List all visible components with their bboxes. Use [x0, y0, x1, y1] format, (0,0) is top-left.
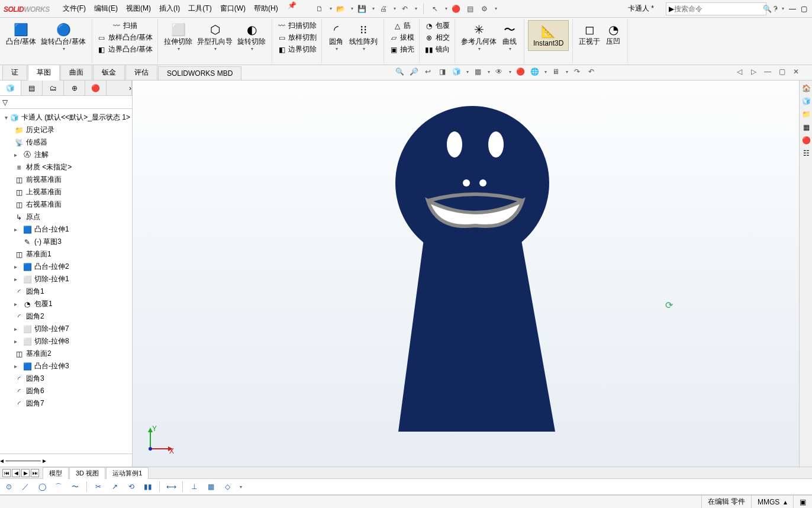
rib-button[interactable]: △筋	[391, 20, 412, 31]
search-input[interactable]	[674, 5, 763, 13]
select-icon[interactable]: ↖	[430, 4, 440, 14]
intersect-button[interactable]: ⊗相交	[423, 32, 451, 43]
tree-origin[interactable]: ↳原点	[1, 211, 131, 223]
undo-icon[interactable]: ↶	[399, 4, 410, 14]
tree-sketch3[interactable]: ✎(-) 草图3	[1, 236, 131, 248]
tree-fillet6[interactable]: ◜圆角6	[1, 385, 131, 397]
tree-material[interactable]: ≡材质 <未指定>	[1, 161, 131, 173]
menu-file[interactable]: 文件(F)	[59, 1, 89, 16]
tree-cut1[interactable]: ▸⬜切除-拉伸1	[1, 273, 131, 285]
fm-tab-property[interactable]: ▤	[21, 81, 43, 95]
fm-tab-config[interactable]: 🗂	[43, 81, 64, 95]
shell-button[interactable]: ▣抽壳	[388, 44, 415, 55]
minimize-icon[interactable]: —	[789, 5, 796, 13]
swept-boss-button[interactable]: 〰扫描	[111, 20, 138, 31]
tab-mbd[interactable]: SOLIDWORKS MBD	[158, 66, 241, 80]
search-run-icon[interactable]: ▶	[669, 5, 674, 13]
tab-prev-icon[interactable]: ◀	[12, 469, 20, 477]
mirror-button[interactable]: ▮▮镜向	[423, 44, 451, 55]
tree-history[interactable]: 📁历史记录	[1, 124, 131, 136]
tree-boss1[interactable]: ▸🟦凸台-拉伸1	[1, 223, 131, 236]
fillet-button[interactable]: ◜圆角▾	[326, 20, 347, 53]
props-icon[interactable]: ▤	[465, 4, 476, 14]
fm-tab-display[interactable]: 🔴	[85, 81, 107, 95]
status-custom-icon[interactable]: ▣	[793, 496, 812, 508]
curves-button[interactable]: 〜曲线▾	[499, 20, 520, 53]
win-prev-icon[interactable]: ◁	[734, 66, 745, 77]
help-icon[interactable]: ?	[770, 4, 781, 14]
wrap-button[interactable]: ◔包覆	[423, 20, 451, 31]
tab-next-icon[interactable]: ▶	[21, 469, 30, 477]
tree-front-plane[interactable]: ◫前视基准面	[1, 173, 131, 186]
tab-first-icon[interactable]: ⏮	[2, 469, 11, 477]
sk-arc-icon[interactable]: ⌒	[53, 481, 64, 492]
linear-pattern-button[interactable]: ⁝⁝线性阵列▾	[347, 20, 380, 53]
tree-fillet2[interactable]: ◜圆角2	[1, 310, 131, 323]
section-view-icon[interactable]: ◨	[437, 66, 447, 77]
menu-view[interactable]: 视图(M)	[123, 1, 154, 16]
menu-insert[interactable]: 插入(I)	[156, 1, 183, 16]
normal-to-button[interactable]: ◻正视于	[576, 20, 602, 47]
sk-grid-icon[interactable]: ▦	[205, 481, 216, 492]
win-next-icon[interactable]: ▷	[748, 66, 759, 77]
extrude-cut-button[interactable]: ⬜拉伸切除▾	[162, 20, 195, 53]
tp-home-icon[interactable]: 🏠	[801, 83, 811, 94]
graphics-area[interactable]: ⟳ Y X 🏠 🧊 📁 ▦ 🔴 ☷	[133, 81, 812, 467]
tp-resources-icon[interactable]: 🧊	[801, 96, 811, 107]
tp-library-icon[interactable]: 📁	[801, 109, 811, 120]
zoom-fit-icon[interactable]: 🔍	[394, 66, 405, 77]
sk-trim-icon[interactable]: ✂	[93, 481, 104, 492]
tree-fillet1[interactable]: ◜圆角1	[1, 285, 131, 298]
fm-hscroll[interactable]: ◂ ─────── ▸	[0, 454, 132, 467]
print-icon[interactable]: 🖨	[378, 4, 389, 14]
sk-dim-icon[interactable]: ⟷	[166, 481, 176, 492]
boundary-cut-button[interactable]: ◧边界切除	[276, 44, 318, 55]
tree-cut8[interactable]: ▸⬜切除-拉伸8	[1, 335, 131, 348]
btm-tab-model[interactable]: 模型	[43, 467, 69, 479]
sk-rel1-icon[interactable]: ⊥	[189, 481, 199, 492]
tree-sensors[interactable]: 📡传感器	[1, 136, 131, 149]
loft-cut-button[interactable]: ▭放样切割	[276, 32, 318, 43]
tree-cut7[interactable]: ▸⬜切除-拉伸7	[1, 323, 131, 335]
tab-features[interactable]: 证	[2, 65, 27, 80]
btm-tab-3dview[interactable]: 3D 视图	[69, 467, 105, 479]
tp-custom-props-icon[interactable]: ☷	[801, 148, 811, 159]
tree-root[interactable]: ▾🧊卡通人 (默认<<默认>_显示状态 1>	[1, 111, 131, 124]
instant3d-button[interactable]: 📐Instant3D	[528, 20, 569, 51]
fm-tab-tree[interactable]: 🧊	[0, 81, 21, 95]
win-max-icon[interactable]: ▢	[776, 66, 787, 77]
tree-plane1[interactable]: ◫基准面1	[1, 248, 131, 261]
tab-last-icon[interactable]: ⏭	[31, 469, 39, 477]
sk-mirror-icon[interactable]: ▮▮	[143, 481, 153, 492]
appearance-icon[interactable]: 🔴	[515, 66, 526, 77]
tree-right-plane[interactable]: ◫右视基准面	[1, 198, 131, 211]
revolve-cut-button[interactable]: ◐旋转切除▾	[235, 20, 268, 53]
sk-spline-icon[interactable]: 〜	[70, 481, 80, 492]
search-box[interactable]: ▶ 🔍▾	[666, 2, 766, 15]
menu-window[interactable]: 窗口(W)	[217, 1, 249, 16]
tree-boss2[interactable]: ▸🟦凸台-拉伸2	[1, 261, 131, 273]
tree-plane2[interactable]: ◫基准面2	[1, 348, 131, 360]
tab-sheetmetal[interactable]: 钣金	[93, 65, 125, 80]
extrude-boss-button[interactable]: 🟦凸台/基体	[4, 20, 38, 53]
open-icon[interactable]: 📂	[336, 4, 346, 14]
fm-tab-more[interactable]: ›	[107, 81, 132, 95]
hole-wizard-button[interactable]: ⬡异型孔向导▾	[195, 20, 235, 53]
tab-sketch[interactable]: 草图	[28, 65, 60, 81]
display-style-icon[interactable]: ▦	[472, 66, 483, 77]
tree-annotations[interactable]: ▸Ⓐ注解	[1, 149, 131, 161]
redo-view-icon[interactable]: ↷	[572, 66, 582, 77]
tree-fillet3[interactable]: ◜圆角3	[1, 372, 131, 385]
rebuild-icon[interactable]: 🔴	[451, 4, 462, 14]
tree-wrap1[interactable]: ▸◔包覆1	[1, 298, 131, 310]
tp-appearances-icon[interactable]: 🔴	[801, 135, 811, 146]
maximize-icon[interactable]: ▢	[801, 5, 807, 13]
boundary-boss-button[interactable]: ◧边界凸台/基体	[96, 44, 154, 55]
hide-show-icon[interactable]: 👁	[494, 66, 504, 77]
display-icon[interactable]: 🖥	[550, 66, 561, 77]
fm-filter[interactable]: ▽	[0, 96, 132, 109]
loft-boss-button[interactable]: ▭放样凸台/基体	[96, 32, 154, 43]
pin-icon[interactable]: 📌	[288, 1, 297, 16]
revolve-boss-button[interactable]: 🔵旋转凸台/基体▾	[38, 20, 88, 53]
sk-circle-icon[interactable]: ◯	[37, 481, 47, 492]
